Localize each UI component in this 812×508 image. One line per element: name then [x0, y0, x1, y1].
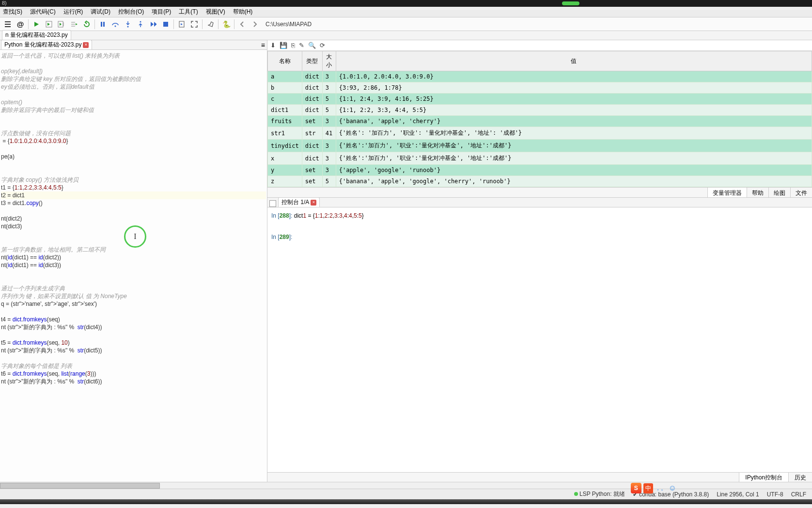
close-console-button[interactable]: ×: [311, 200, 316, 206]
python-path-icon[interactable]: 🐍: [220, 18, 232, 30]
code-line[interactable]: q = (str">'name', str">'age', str">'sex'…: [1, 300, 266, 308]
code-line[interactable]: [1, 238, 266, 246]
code-line[interactable]: nt (str">"新的字典为 : %s" % str(dict4)): [1, 323, 266, 331]
preferences-button[interactable]: [204, 18, 216, 30]
ime-punct-icon[interactable]: ，。: [655, 484, 667, 492]
code-line[interactable]: pe(a): [1, 153, 266, 160]
continue-button[interactable]: [147, 18, 159, 30]
code-line[interactable]: [1, 122, 266, 129]
status-cursor-pos[interactable]: Line 2956, Col 1: [717, 491, 759, 498]
os-taskbar[interactable]: [0, 499, 812, 504]
variable-explorer[interactable]: 名称 类型 大小 值 adict3{1.0:1.0, 2.0:4.0, 3.0:…: [267, 51, 812, 187]
run-button[interactable]: [31, 18, 42, 30]
variable-row[interactable]: cdict5{1:1, 2:4, 3:9, 4:16, 5:25}: [268, 94, 812, 105]
import-data-icon[interactable]: ⬇: [270, 42, 276, 49]
code-line[interactable]: nt(id(dict1) == id(dict3)): [1, 261, 266, 269]
code-line[interactable]: [1, 331, 266, 339]
code-line[interactable]: [1, 145, 266, 153]
save-data-icon[interactable]: 💾: [280, 42, 287, 49]
run-selection-button[interactable]: [68, 18, 80, 30]
code-line[interactable]: [1, 207, 266, 215]
ime-smile-icon[interactable]: ☺: [669, 484, 676, 492]
nav-back-button[interactable]: [236, 18, 248, 30]
menu-run[interactable]: 运行(R): [62, 7, 85, 17]
code-line[interactable]: op(key[,default]): [1, 67, 266, 75]
console-line[interactable]: In [289]:: [271, 232, 808, 242]
refresh-icon[interactable]: ⟳: [320, 42, 325, 49]
code-line[interactable]: nt (str">"新的字典为 : %s" % str(dict5)): [1, 347, 266, 354]
code-line[interactable]: opitem(): [1, 98, 266, 106]
stop-debug-button[interactable]: [160, 18, 172, 30]
tab-ipython-console[interactable]: IPython控制台: [739, 473, 788, 482]
toolbar-menu-icon[interactable]: [2, 18, 14, 30]
code-line[interactable]: 删除字典给定键 key 所对应的值，返回值为被删除的值: [1, 75, 266, 83]
debug-pause-button[interactable]: [97, 18, 109, 30]
code-line[interactable]: nt(dict2): [1, 215, 266, 222]
code-line[interactable]: [1, 230, 266, 238]
variable-row[interactable]: yset3{'apple', 'google', 'runoob'}: [268, 165, 812, 176]
code-line[interactable]: 通过一个序列来生成字典: [1, 285, 266, 292]
var-col-name[interactable]: 名称: [268, 51, 302, 71]
code-line[interactable]: [1, 91, 266, 98]
code-line[interactable]: t1 = {1:1,2:2,3:3,4:4,5:5}: [1, 184, 266, 191]
editor-tab[interactable]: Python 量化编程基础-2023.py ×: [1, 40, 92, 49]
console-browse-icon[interactable]: [269, 200, 276, 207]
run-cell-button[interactable]: [43, 18, 55, 30]
var-col-size[interactable]: 大小: [322, 51, 336, 71]
tab-variable-explorer[interactable]: 变量管理器: [707, 188, 747, 197]
step-out-button[interactable]: [135, 18, 146, 30]
nav-forward-button[interactable]: [249, 18, 261, 30]
status-lsp[interactable]: LSP Python: 就绪: [574, 490, 625, 498]
variable-row[interactable]: adict3{1.0:1.0, 2.0:4.0, 3.0:9.0}: [268, 71, 812, 82]
code-line[interactable]: [1, 354, 266, 362]
code-line[interactable]: [1, 60, 266, 67]
code-line[interactable]: [1, 168, 266, 176]
scrollbar-thumb[interactable]: [0, 483, 160, 489]
rerun-button[interactable]: [81, 18, 93, 30]
menu-help[interactable]: 帮助(H): [231, 7, 255, 17]
search-icon[interactable]: 🔍: [308, 42, 316, 49]
code-line[interactable]: t2 = dict1: [1, 191, 266, 199]
console-line[interactable]: In [288]: dict1 = {1:1,2:2,3:3,4:4,5:5}: [271, 210, 808, 221]
status-encoding[interactable]: UTF-8: [767, 491, 783, 498]
menu-project[interactable]: 项目(P): [150, 7, 173, 17]
var-col-value[interactable]: 值: [336, 51, 812, 71]
code-line[interactable]: 字典对象的每个值都是 列表: [1, 362, 266, 370]
code-line[interactable]: t6 = dict.fromkeys(seq, list(range(3))): [1, 370, 266, 378]
menu-console[interactable]: 控制台(O): [116, 7, 146, 17]
ime-indicator[interactable]: S 中 ，。 ☺: [631, 483, 676, 493]
code-line[interactable]: [1, 160, 266, 168]
code-line[interactable]: 删除并返回字典中的最后一对键和值: [1, 106, 266, 114]
code-line[interactable]: 返回一个迭代器，可以使用 list() 来转换为列表: [1, 52, 266, 60]
variable-row[interactable]: tinydictdict3{'姓名':'加百力', '职业':'量化对冲基金',…: [268, 140, 812, 152]
file-tab[interactable]: n 量化编程基础-2023.py: [2, 30, 71, 40]
variable-row[interactable]: xdict3{'姓名':'加百力', '职业':'量化对冲基金', '地址':'…: [268, 152, 812, 165]
menu-view[interactable]: 视图(V): [204, 7, 227, 17]
menu-debug[interactable]: 调试(D): [89, 7, 112, 17]
tab-help[interactable]: 帮助: [747, 188, 768, 197]
ipython-console[interactable]: In [288]: dict1 = {1:1,2:2,3:3,4:4,5:5} …: [267, 207, 812, 472]
code-line[interactable]: [1, 308, 266, 316]
variable-row[interactable]: str1str41{'姓名': '加百力', '职业': '量化对冲基金', '…: [268, 127, 812, 140]
code-line[interactable]: 浮点数做键，没有任何问题: [1, 129, 266, 137]
toolbar-at-icon[interactable]: @: [15, 18, 26, 30]
save-all-icon[interactable]: ⎘: [291, 42, 295, 49]
code-line[interactable]: 第一组字典数据，地址相同。第二组不同: [1, 246, 266, 254]
code-line[interactable]: [1, 269, 266, 277]
code-editor[interactable]: 返回一个迭代器，可以使用 list() 来转换为列表 op(key[,defau…: [0, 50, 267, 482]
code-line[interactable]: 字典对象 copy() 方法做浅拷贝: [1, 176, 266, 184]
code-line[interactable]: nt (str">"新的字典为 : %s" % str(dict6)): [1, 378, 266, 385]
ime-lang-badge[interactable]: 中: [643, 483, 653, 493]
variable-row[interactable]: dict1dict5{1:1, 2:2, 3:3, 4:4, 5:5}: [268, 105, 812, 116]
close-tab-button[interactable]: ×: [83, 42, 89, 48]
console-tab[interactable]: 控制台 1/A ×: [278, 197, 320, 207]
code-line[interactable]: t3 = dict1.copy(): [1, 199, 266, 207]
code-line[interactable]: ey值必须给出。否则，返回default值: [1, 83, 266, 91]
debug-file-button[interactable]: [176, 18, 187, 30]
code-line[interactable]: t4 = dict.fromkeys(seq): [1, 316, 266, 323]
step-over-button[interactable]: [109, 18, 121, 30]
code-line[interactable]: nt(dict3): [1, 222, 266, 230]
menu-find[interactable]: 查找(S): [1, 7, 24, 17]
variable-row[interactable]: zset5{'banana', 'apple', 'google', 'cher…: [268, 176, 812, 187]
tab-history[interactable]: 历史: [788, 473, 812, 482]
